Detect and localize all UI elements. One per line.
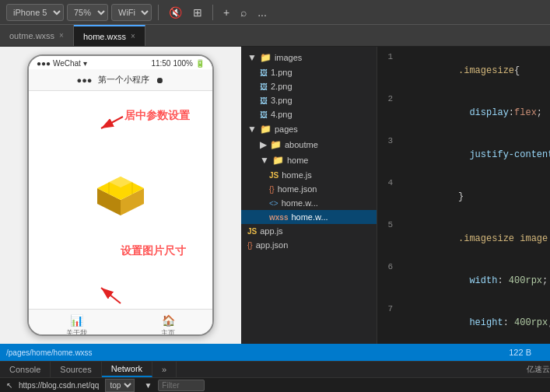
network-tab-label: Network <box>111 364 142 373</box>
chevron-down-icon: ▼ <box>247 124 257 135</box>
image-icon: 🖼 <box>260 82 268 91</box>
tab-home-label: home.wxss <box>83 32 126 41</box>
zoom-select[interactable]: 75% <box>67 4 108 21</box>
tree-3png-label: 3.png <box>271 96 293 105</box>
nav-home[interactable]: 🏠 主页 <box>161 314 175 336</box>
tree-4png-label: 4.png <box>271 110 293 119</box>
more-tab-label: » <box>162 365 166 374</box>
home-icon: 🏠 <box>162 314 175 327</box>
tree-3png[interactable]: 🖼 3.png <box>241 93 377 107</box>
code-line-6: 6 width: 400rpx; <box>377 260 550 302</box>
js-icon: JS <box>269 171 279 180</box>
bottom-panel: Console Sources Network » 亿速云 ↖ https://… <box>0 361 550 392</box>
cursor-icon: ↖ <box>6 381 12 390</box>
tree-homejs[interactable]: JS home.js <box>241 168 377 182</box>
add-button[interactable]: + <box>219 5 233 20</box>
divider1 <box>158 5 159 20</box>
top-toolbar: iPhone 5 75% WiFi 🔇 ⊞ + ⌕ ... <box>0 0 550 25</box>
screen-button[interactable]: ⊞ <box>189 5 206 20</box>
status-percent: 100% <box>173 59 193 68</box>
tree-2png[interactable]: 🖼 2.png <box>241 79 377 93</box>
tree-pages-folder[interactable]: ▼ 📁 pages <box>241 121 377 137</box>
tree-homejs-label: home.js <box>282 170 312 180</box>
more-button[interactable]: ... <box>254 5 271 20</box>
device-select[interactable]: iPhone 5 <box>6 4 64 21</box>
tree-appjs-label: app.js <box>260 226 282 236</box>
image-icon: 🖼 <box>260 68 268 77</box>
about-icon: 📊 <box>70 314 83 327</box>
bottom-content: ↖ https://blog.csdn.net/qq top ▼ <box>0 378 550 392</box>
line-code-2: display:flex; <box>402 92 542 134</box>
tree-appjs[interactable]: JS app.js <box>241 224 377 238</box>
tree-4png[interactable]: 🖼 4.png <box>241 107 377 121</box>
tree-appjson-label: app.json <box>256 240 289 250</box>
code-content: 1 .imagesize{ 2 display:flex; 3 justify-… <box>377 47 550 344</box>
status-size: 122 B <box>509 348 531 357</box>
phone-content <box>29 91 212 309</box>
status-path: /pages/home/home.wxss <box>6 348 509 357</box>
line-num-7: 7 <box>377 302 402 316</box>
line-code-7: height: 400rpx; <box>402 302 550 344</box>
main-area: ●●● WeChat ▾ 11:50 100% 🔋 ●●● 第一个小程序 ⏺ <box>0 47 550 344</box>
folder-icon: 📁 <box>260 124 271 135</box>
bottom-tab-sources[interactable]: Sources <box>51 362 101 377</box>
code-line-5: 5 .imagesize image { <box>377 218 550 260</box>
json-icon: {} <box>269 185 275 194</box>
status-time: 11:50 <box>151 59 170 68</box>
status-bar: /pages/home/home.wxss 122 B <box>0 344 550 361</box>
tree-aboutme-label: aboutme <box>285 140 318 149</box>
tree-aboutme-folder[interactable]: ▶ 📁 aboutme <box>241 137 377 152</box>
search-button[interactable]: ⌕ <box>236 5 250 20</box>
filter-label: ▼ <box>144 381 152 390</box>
image-icon: 🖼 <box>260 110 268 119</box>
tab-outme[interactable]: outme.wxss × <box>0 25 74 46</box>
tree-appjson[interactable]: {} app.json <box>241 238 377 252</box>
folder-icon: 📁 <box>270 139 282 150</box>
folder-icon: 📁 <box>260 52 271 63</box>
line-num-5: 5 <box>377 218 402 232</box>
image-icon: 🖼 <box>260 96 268 105</box>
tab-outme-close[interactable]: × <box>59 31 64 40</box>
sources-tab-label: Sources <box>60 365 91 374</box>
mute-button[interactable]: 🔇 <box>165 5 186 20</box>
code-line-7: 7 height: 400rpx; <box>377 302 550 344</box>
phone-status-right: 11:50 100% 🔋 <box>151 59 205 68</box>
tree-images-label: images <box>275 53 302 62</box>
bottom-right-area: 亿速云 <box>527 364 550 375</box>
tab-home[interactable]: home.wxss × <box>74 25 145 46</box>
json-icon: {} <box>247 241 253 250</box>
bottom-tab-network[interactable]: Network <box>102 362 152 377</box>
tree-1png[interactable]: 🖼 1.png <box>241 65 377 79</box>
phone-panel: ●●● WeChat ▾ 11:50 100% 🔋 ●●● 第一个小程序 ⏺ <box>0 47 241 344</box>
tab-home-close[interactable]: × <box>131 32 135 40</box>
line-code-3: justify-content: center; <box>402 134 550 176</box>
tree-homejson[interactable]: {} home.json <box>241 182 377 196</box>
filter-input[interactable] <box>158 380 205 391</box>
phone-status-bar: ●●● WeChat ▾ 11:50 100% 🔋 <box>29 56 212 69</box>
tree-images-folder[interactable]: ▼ 📁 images <box>241 50 377 65</box>
tree-home-folder[interactable]: ▼ 📁 home <box>241 152 377 168</box>
network-select[interactable]: WiFi <box>111 4 152 21</box>
chevron-down-icon: ▼ <box>247 52 257 63</box>
phone-bottom-nav: 📊 关于我 🏠 主页 <box>29 309 212 336</box>
nav-about[interactable]: 📊 关于我 <box>66 314 87 336</box>
bottom-tab-more[interactable]: » <box>152 362 177 377</box>
tree-homewxss-label: home.w... <box>291 212 328 222</box>
tree-1png-label: 1.png <box>271 68 293 77</box>
line-num-1: 1 <box>377 50 402 64</box>
html-icon: <> <box>269 199 279 208</box>
console-tab-label: Console <box>9 365 40 374</box>
top-select[interactable]: top <box>105 379 135 392</box>
divider2 <box>212 5 213 20</box>
box-image <box>82 161 159 239</box>
tree-homewxml[interactable]: <> home.w... <box>241 196 377 210</box>
tree-homewxss[interactable]: wxss home.w... <box>241 210 377 224</box>
bottom-tab-console[interactable]: Console <box>0 362 51 377</box>
nav-record: ⏺ <box>156 75 164 85</box>
top-selector: top <box>105 379 135 392</box>
line-num-4: 4 <box>377 176 402 190</box>
tree-homewxml-label: home.w... <box>282 198 318 208</box>
nav-about-label: 关于我 <box>66 328 87 336</box>
wxss-icon: wxss <box>269 213 288 222</box>
watermark: 亿速云 <box>527 364 550 375</box>
